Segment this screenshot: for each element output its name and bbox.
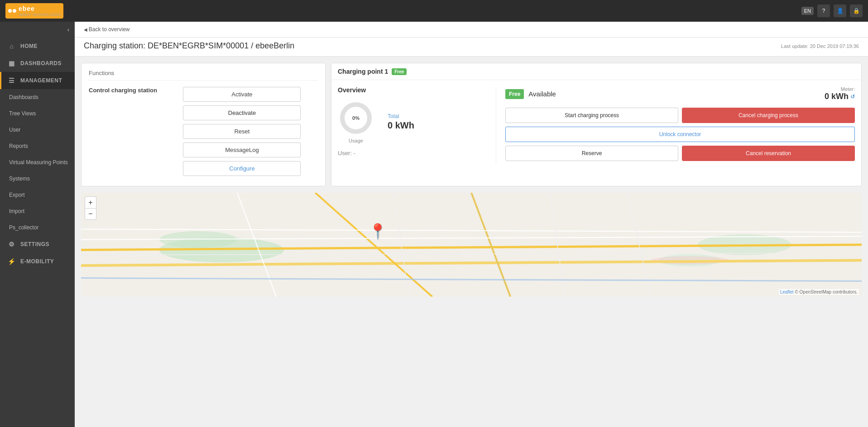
map-zoom-controls: + − xyxy=(85,196,96,220)
sidebar-item-dashboards[interactable]: ▦ DASHBOARDS xyxy=(0,55,75,72)
help-button[interactable]: ? xyxy=(817,5,830,17)
reset-button[interactable]: Reset xyxy=(183,124,301,139)
content-area: Back to overview Charging station: DE*BE… xyxy=(75,22,868,427)
cancel-reservation-button[interactable]: Cancel reservation xyxy=(682,146,855,161)
overview-title: Overview xyxy=(338,86,487,94)
map-roads-svg xyxy=(81,193,862,297)
sidebar-emobility-label: E-MOBILITY xyxy=(20,258,54,265)
topbar: ebee SMART TECHNOLOGIES EN ? 👤 🔒 xyxy=(0,0,868,22)
charging-panel-header: Charging point 1 Free xyxy=(331,63,861,80)
free-available-row: Free Available Meter: 0 kWh ↺ xyxy=(505,86,855,101)
sidebar-systems-label: Systems xyxy=(9,176,30,182)
zoom-out-button[interactable]: − xyxy=(85,208,96,220)
sidebar-item-user[interactable]: User xyxy=(0,122,75,138)
user-value: - xyxy=(354,150,355,157)
logo-dot-1 xyxy=(8,9,12,13)
last-update-label: Last update: xyxy=(781,43,809,49)
last-update: Last update: 20 Dec 2019 07:19:36 xyxy=(781,43,859,49)
deactivate-button[interactable]: Deactivate xyxy=(183,105,301,120)
charging-point-status-badge: Free xyxy=(392,68,407,75)
functions-panel: Functions Control charging station Activ… xyxy=(81,63,326,186)
charging-body: Overview 0% xyxy=(331,80,861,171)
activate-button[interactable]: Activate xyxy=(183,87,301,102)
unlock-row: Unlock connector xyxy=(505,127,855,142)
logo-subtitle: SMART TECHNOLOGIES xyxy=(19,13,61,17)
sidebar-item-import[interactable]: Import xyxy=(0,203,75,219)
sidebar-item-home[interactable]: ⌂ HOME xyxy=(0,38,75,55)
functions-panel-title: Functions xyxy=(89,70,318,81)
sidebar-item-emobility[interactable]: ⚡ E-MOBILITY xyxy=(0,253,75,270)
sidebar-import-label: Import xyxy=(9,208,24,214)
meter-label: Meter: xyxy=(825,86,855,92)
sidebar-item-reports[interactable]: Reports xyxy=(0,138,75,154)
charging-point-title: Charging point 1 xyxy=(338,68,388,75)
refresh-icon[interactable]: ↺ xyxy=(850,94,855,100)
map-pin: 📍 xyxy=(369,223,387,240)
sidebar-home-label: HOME xyxy=(20,43,38,49)
management-icon: ☰ xyxy=(8,77,16,84)
sidebar-settings-label: SETTINGS xyxy=(20,241,49,247)
contributors-attribution: contributors. xyxy=(833,289,858,294)
home-icon: ⌂ xyxy=(8,43,16,50)
leaflet-attribution[interactable]: Leaflet xyxy=(780,289,794,294)
sidebar-toggle[interactable]: ‹ xyxy=(0,22,75,38)
start-charging-button[interactable]: Start charging process xyxy=(505,108,678,123)
sidebar-item-dashboards-sub[interactable]: Dashboards xyxy=(0,89,75,105)
donut-container: 0% Usage Total 0 kWh xyxy=(338,100,487,143)
meter-value-text: 0 kWh xyxy=(825,92,849,101)
settings-icon: ⚙ xyxy=(8,241,16,248)
osm-attribution: © OpenStreetMap xyxy=(795,289,831,294)
overview-section: Overview 0% xyxy=(338,86,496,165)
sidebar-dashboards-sub-label: Dashboards xyxy=(9,94,38,100)
logo: ebee SMART TECHNOLOGIES xyxy=(5,3,63,19)
breadcrumb-back-link[interactable]: Back to overview xyxy=(84,26,129,33)
map-section: 📍 + − Leaflet © OpenStreetMap contributo… xyxy=(81,193,862,297)
logo-dot-2 xyxy=(13,9,16,13)
logo-box: ebee SMART TECHNOLOGIES xyxy=(5,3,63,19)
last-update-value: 20 Dec 2019 07:19:36 xyxy=(810,43,859,49)
cancel-charging-button[interactable]: Cancel charging process xyxy=(682,108,855,123)
sidebar: ‹ ⌂ HOME ▦ DASHBOARDS ☰ MANAGEMENT Dashb… xyxy=(0,22,75,427)
zoom-in-button[interactable]: + xyxy=(85,196,96,208)
status-badge-lg: Free xyxy=(505,89,524,99)
controls-section: Free Available Meter: 0 kWh ↺ xyxy=(496,86,855,165)
page-header: Back to overview xyxy=(75,22,868,38)
usage-percentage: 0% xyxy=(352,115,360,121)
sidebar-item-systems[interactable]: Systems xyxy=(0,171,75,187)
sidebar-ps-collector-label: Ps_collector xyxy=(9,224,38,231)
sidebar-item-export[interactable]: Export xyxy=(0,187,75,203)
sidebar-item-tree-views[interactable]: Tree Views xyxy=(0,105,75,122)
user-button[interactable]: 👤 xyxy=(834,5,846,17)
page-title: Charging station: DE*BEN*EGRB*SIM*00001 … xyxy=(84,41,294,51)
page-title-row: Charging station: DE*BEN*EGRB*SIM*00001 … xyxy=(75,38,868,57)
sidebar-item-settings[interactable]: ⚙ SETTINGS xyxy=(0,236,75,253)
available-text: Available xyxy=(528,90,556,98)
total-value: 0 kWh xyxy=(388,120,414,131)
control-label: Control charging station xyxy=(89,87,157,173)
user-label: User: xyxy=(338,150,352,157)
unlock-connector-button[interactable]: Unlock connector xyxy=(505,127,855,142)
sidebar-item-management[interactable]: ☰ MANAGEMENT xyxy=(0,72,75,89)
sidebar-reports-label: Reports xyxy=(9,143,28,149)
configure-button[interactable]: Configure xyxy=(183,161,301,176)
charging-panel: Charging point 1 Free Overview xyxy=(331,63,862,186)
language-selector[interactable]: EN xyxy=(801,7,814,15)
sidebar-item-virtual-measuring[interactable]: Virtual Measuring Points xyxy=(0,154,75,171)
meter-section: Meter: 0 kWh ↺ xyxy=(825,86,855,101)
main-layout: ‹ ⌂ HOME ▦ DASHBOARDS ☰ MANAGEMENT Dashb… xyxy=(0,22,868,427)
sidebar-management-label: MANAGEMENT xyxy=(20,77,62,84)
sidebar-dashboards-label: DASHBOARDS xyxy=(20,60,62,66)
map-background: 📍 + − Leaflet © OpenStreetMap contributo… xyxy=(81,193,862,297)
control-buttons: Activate Deactivate Reset MessageLog Con… xyxy=(166,87,318,180)
messagelog-button[interactable]: MessageLog xyxy=(183,142,301,157)
usage-label: Usage xyxy=(338,138,374,143)
map-attribution: Leaflet © OpenStreetMap contributors. xyxy=(779,289,859,295)
total-label: Total xyxy=(388,113,414,119)
sidebar-item-ps-collector[interactable]: Ps_collector xyxy=(0,219,75,236)
panels-row: Functions Control charging station Activ… xyxy=(75,57,868,193)
reserve-button[interactable]: Reserve xyxy=(505,146,678,161)
lock-button[interactable]: 🔒 xyxy=(850,5,863,17)
emobility-icon: ⚡ xyxy=(8,258,16,265)
sidebar-virtual-measuring-label: Virtual Measuring Points xyxy=(9,159,68,166)
reserve-row: Reserve Cancel reservation xyxy=(505,146,855,161)
